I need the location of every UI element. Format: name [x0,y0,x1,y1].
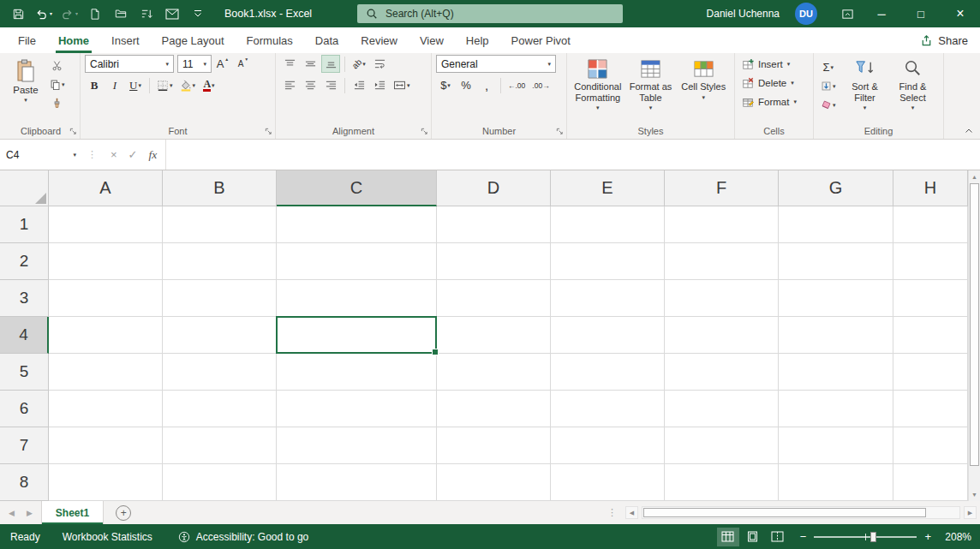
cell-E1[interactable] [551,206,665,243]
increase-decimal-button[interactable]: ←.00 [505,76,528,94]
cell-E4[interactable] [551,317,665,354]
column-header-C[interactable]: C [277,170,437,206]
cell-B5[interactable] [163,354,277,391]
cell-D7[interactable] [437,427,551,464]
cell-C2[interactable] [277,243,437,280]
cell-D8[interactable] [437,464,551,501]
cell-C8[interactable] [277,464,437,501]
cell-A7[interactable] [49,427,163,464]
decrease-decimal-button[interactable]: .00→ [529,76,552,94]
scroll-left-button[interactable]: ◀ [625,506,638,519]
cell-H8[interactable] [893,464,968,501]
cell-D4[interactable] [437,317,551,354]
row-header-5[interactable]: 5 [0,354,49,391]
cell-F5[interactable] [665,354,779,391]
normal-view-button[interactable] [717,528,739,546]
cell-G7[interactable] [779,427,893,464]
page-layout-view-button[interactable] [742,528,764,546]
share-button[interactable]: Share [920,27,968,53]
cell-D6[interactable] [437,391,551,427]
close-button[interactable]: × [941,0,980,27]
cell-D2[interactable] [437,243,551,280]
cell-G5[interactable] [779,354,893,391]
format-painter-button[interactable] [47,94,68,112]
previous-sheet-button[interactable]: ◀ [9,509,15,517]
cell-H3[interactable] [893,280,968,317]
cell-H7[interactable] [893,427,968,464]
middle-align-button[interactable] [301,55,320,73]
cell-A2[interactable] [49,243,163,280]
undo-button[interactable]: ▾ [33,2,55,26]
tab-page-layout[interactable]: Page Layout [151,27,236,53]
cell-C3[interactable] [277,280,437,317]
scroll-down-button[interactable]: ▼ [969,488,980,501]
alignment-dialog-launcher[interactable] [421,128,428,135]
cell-H6[interactable] [893,391,968,427]
redo-button[interactable]: ▾ [58,2,81,26]
font-color-button[interactable]: A ▾ [200,76,218,94]
sort-button[interactable] [135,2,158,26]
tab-insert[interactable]: Insert [100,27,151,53]
sheet-tab-sheet1[interactable]: Sheet1 [41,501,104,524]
cell-H4[interactable] [893,317,968,354]
vertical-scrollbar[interactable]: ▲ ▼ [968,170,980,501]
bottom-align-button[interactable] [321,55,340,73]
decrease-font-size-button[interactable]: A ▼ [234,55,253,73]
cell-G2[interactable] [779,243,893,280]
search-box[interactable]: Search (Alt+Q) [357,4,623,23]
cell-B4[interactable] [163,317,277,354]
align-right-button[interactable] [321,76,340,94]
cell-A6[interactable] [49,391,163,427]
tab-data[interactable]: Data [304,27,350,53]
paste-button[interactable]: Paste ▾ [6,57,45,122]
column-header-G[interactable]: G [779,170,893,206]
cell-E2[interactable] [551,243,665,280]
cell-D5[interactable] [437,354,551,391]
bold-button[interactable]: B [85,76,104,94]
font-name-combo[interactable]: Calibri ▾ [85,55,174,73]
cell-B1[interactable] [163,206,277,243]
cell-F4[interactable] [665,317,779,354]
underline-button[interactable]: U ▾ [126,76,145,94]
copy-button[interactable]: ▾ [47,75,68,93]
sort-filter-button[interactable]: Sort & Filter ▾ [841,57,889,122]
tab-help[interactable]: Help [455,27,500,53]
cell-H5[interactable] [893,354,968,391]
cell-A1[interactable] [49,206,163,243]
cell-A8[interactable] [49,464,163,501]
cell-G1[interactable] [779,206,893,243]
accessibility-status[interactable]: Accessibility: Good to go [178,531,308,543]
cell-B2[interactable] [163,243,277,280]
tab-power-pivot[interactable]: Power Pivot [500,27,582,53]
cell-C5[interactable] [277,354,437,391]
align-center-button[interactable] [301,76,320,94]
tab-file[interactable]: File [7,27,47,53]
italic-button[interactable]: I [105,76,124,94]
cell-G4[interactable] [779,317,893,354]
cancel-button[interactable]: × [111,148,117,161]
save-button[interactable] [7,2,29,26]
percent-style-button[interactable]: % [457,76,475,94]
email-button[interactable] [161,2,183,26]
cell-A5[interactable] [49,354,163,391]
tab-scrollbar-splitter[interactable]: ⋮ [607,507,617,518]
cell-C7[interactable] [277,427,437,464]
new-file-button[interactable] [84,2,106,26]
user-name[interactable]: Daniel Uchenna [707,8,780,20]
row-header-6[interactable]: 6 [0,391,49,427]
clear-button[interactable]: ▾ [818,96,839,114]
formula-input[interactable] [165,140,980,170]
font-dialog-launcher[interactable] [265,128,272,135]
tab-view[interactable]: View [409,27,455,53]
cell-F1[interactable] [665,206,779,243]
open-file-button[interactable] [110,2,132,26]
find-select-button[interactable]: Find & Select ▾ [889,57,937,122]
new-sheet-button[interactable]: + [116,505,131,521]
fill-button[interactable]: ▾ [818,77,839,95]
merge-center-button[interactable]: ▾ [391,76,413,94]
number-dialog-launcher[interactable] [556,128,564,135]
next-sheet-button[interactable]: ▶ [27,509,33,517]
cell-G6[interactable] [779,391,893,427]
fill-color-button[interactable]: ▾ [177,76,199,94]
workbook-statistics-button[interactable]: Workbook Statistics [63,531,152,543]
